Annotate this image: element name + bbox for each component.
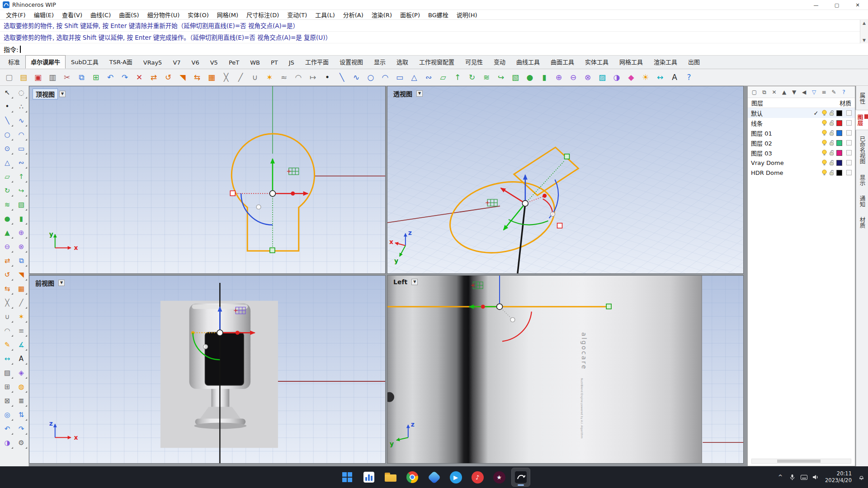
options-icon[interactable]: ⚙ bbox=[14, 436, 28, 450]
layer-row[interactable]: 图层 02 ✓ bbox=[748, 138, 855, 148]
rectangle-icon[interactable]: ▭ bbox=[392, 70, 407, 84]
layer-name[interactable]: Vray Dome bbox=[751, 160, 812, 166]
workspace-tab[interactable]: 出图 bbox=[683, 55, 705, 69]
curve-edit-icon[interactable]: ✎ bbox=[0, 338, 14, 352]
box-icon[interactable]: ▧ bbox=[508, 70, 523, 84]
panel-tab[interactable]: 图层 bbox=[855, 110, 868, 130]
copy-icon[interactable]: ⧉ bbox=[14, 254, 28, 268]
delete-layer-button[interactable]: ✕ bbox=[769, 87, 779, 97]
scrollbar-thumb[interactable] bbox=[777, 460, 821, 463]
polyline-icon[interactable]: ∿ bbox=[349, 70, 363, 84]
viewport-menu-arrow-icon[interactable]: ▼ bbox=[416, 90, 423, 97]
layer-material-swatch[interactable] bbox=[846, 150, 852, 155]
line-icon[interactable]: ╲ bbox=[335, 70, 349, 84]
workspace-tab[interactable]: V5 bbox=[205, 57, 223, 69]
surface-icon[interactable]: ▱ bbox=[0, 170, 14, 184]
text-icon[interactable]: A bbox=[667, 70, 682, 84]
block-icon[interactable]: ◈ bbox=[14, 366, 28, 380]
layer-color-swatch[interactable] bbox=[836, 170, 842, 176]
layer-lock-icon[interactable] bbox=[829, 169, 835, 176]
arc-icon[interactable]: ◠ bbox=[378, 70, 392, 84]
join-icon[interactable]: ∪ bbox=[0, 310, 14, 324]
join-icon[interactable]: ∪ bbox=[248, 70, 262, 84]
paste-icon[interactable]: ⊞ bbox=[89, 70, 103, 84]
layer-row[interactable]: 图层 01 ✓ bbox=[748, 128, 855, 138]
task-view-icon[interactable] bbox=[360, 468, 378, 486]
revolve-icon[interactable]: ↻ bbox=[465, 70, 479, 84]
workspace-tab[interactable]: 显示 bbox=[368, 55, 391, 69]
layer-visibility-bulb-icon[interactable] bbox=[821, 110, 827, 116]
sweep-icon[interactable]: ↪ bbox=[494, 70, 508, 84]
music-app-icon[interactable]: ♪ bbox=[468, 468, 486, 486]
circle-icon[interactable]: ○ bbox=[0, 128, 14, 142]
help-icon[interactable]: ? bbox=[682, 70, 696, 84]
analyze-icon[interactable]: ∡ bbox=[14, 338, 28, 352]
boolean-difference-icon[interactable]: ⊖ bbox=[0, 240, 14, 254]
rotate-icon[interactable]: ↺ bbox=[0, 268, 14, 282]
filter-button[interactable]: ▽ bbox=[809, 87, 819, 97]
curve-icon[interactable]: ∾ bbox=[421, 70, 436, 84]
redo-icon[interactable]: ↷ bbox=[14, 422, 28, 436]
revolve-icon[interactable]: ↻ bbox=[0, 184, 14, 198]
menu-item[interactable]: BG螺栓 bbox=[424, 9, 453, 20]
volume-icon[interactable] bbox=[811, 470, 821, 484]
sphere-icon[interactable]: ● bbox=[523, 70, 537, 84]
workspace-tab[interactable]: 实体工具 bbox=[580, 55, 614, 69]
layer-visibility-bulb-icon[interactable] bbox=[821, 140, 827, 146]
command-history-scrollbar[interactable]: ▲ ▼ bbox=[860, 20, 868, 43]
cylinder-icon[interactable]: ▮ bbox=[537, 70, 552, 84]
loft-icon[interactable]: ≋ bbox=[479, 70, 494, 84]
layer-color-swatch[interactable] bbox=[836, 110, 842, 116]
box-icon[interactable]: ▧ bbox=[14, 198, 28, 212]
workspace-tab[interactable]: V7 bbox=[167, 57, 186, 69]
menu-item[interactable]: 编辑(E) bbox=[30, 9, 58, 20]
boolean-intersection-icon[interactable]: ⊗ bbox=[580, 70, 595, 84]
viewport-left[interactable]: algocare NutriBlend Engine powered by A.… bbox=[387, 275, 744, 464]
move-icon[interactable]: ⇄ bbox=[0, 254, 14, 268]
extend-icon[interactable]: ↦ bbox=[306, 70, 320, 84]
layer-lock-icon[interactable] bbox=[829, 120, 835, 126]
command-prompt[interactable]: 指令: bbox=[0, 43, 868, 56]
workspace-tab[interactable]: 选取 bbox=[391, 55, 414, 69]
polyline-icon[interactable]: ∿ bbox=[14, 114, 28, 128]
notification-bell-icon[interactable] bbox=[856, 470, 866, 484]
offset-icon[interactable]: ≡ bbox=[14, 324, 28, 338]
new-layer-button[interactable]: ▢ bbox=[750, 87, 759, 97]
panel-tab[interactable]: 材质 bbox=[858, 213, 867, 232]
layer-material-swatch[interactable] bbox=[846, 120, 852, 126]
lasso-select-icon[interactable]: ◌ bbox=[14, 86, 28, 100]
rotate-icon[interactable]: ↺ bbox=[161, 70, 175, 84]
layers-horizontal-scrollbar[interactable] bbox=[751, 459, 851, 464]
dimension-icon[interactable]: ↔ bbox=[653, 70, 667, 84]
front-viewport-canvas[interactable]: z x bbox=[29, 276, 385, 463]
fillet-icon[interactable]: ◠ bbox=[0, 324, 14, 338]
material-icon[interactable]: ◆ bbox=[624, 70, 638, 84]
move-icon[interactable]: ⇄ bbox=[146, 70, 161, 84]
menu-item[interactable]: 曲面(S) bbox=[115, 9, 143, 20]
point-cloud-icon[interactable]: ∴ bbox=[14, 100, 28, 114]
workspace-tab[interactable]: 卓尔谟犀牛 bbox=[25, 55, 66, 69]
mirror-icon[interactable]: ⇆ bbox=[0, 282, 14, 296]
menu-item[interactable]: 细分物件(U) bbox=[143, 9, 184, 20]
fillet-icon[interactable]: ◠ bbox=[291, 70, 306, 84]
polygon-icon[interactable]: △ bbox=[407, 70, 421, 84]
tray-chevron-icon[interactable]: ^ bbox=[775, 470, 785, 484]
circle-icon[interactable]: ○ bbox=[363, 70, 378, 84]
layer-material-swatch[interactable] bbox=[846, 170, 852, 175]
print-icon[interactable]: ▥ bbox=[45, 70, 60, 84]
copy-icon[interactable]: ⧉ bbox=[74, 70, 89, 84]
workspace-tab[interactable]: 网格工具 bbox=[614, 55, 648, 69]
workspace-tab[interactable]: 变动 bbox=[488, 55, 511, 69]
viewport-title-left[interactable]: Left bbox=[391, 278, 410, 286]
minimize-button[interactable]: — bbox=[806, 0, 826, 10]
render-icon[interactable]: ◑ bbox=[609, 70, 624, 84]
undo-icon[interactable]: ↶ bbox=[0, 422, 14, 436]
workspace-tab[interactable]: WB bbox=[245, 57, 265, 69]
explode-icon[interactable]: ✶ bbox=[14, 310, 28, 324]
boolean-difference-icon[interactable]: ⊖ bbox=[566, 70, 580, 84]
workspace-tab[interactable]: 渲染工具 bbox=[648, 55, 683, 69]
polygon-icon[interactable]: △ bbox=[0, 156, 14, 170]
layer-material-swatch[interactable] bbox=[846, 110, 852, 116]
viewport-menu-arrow-icon[interactable]: ▼ bbox=[411, 279, 418, 285]
pan-icon[interactable]: ⇅ bbox=[14, 408, 28, 422]
